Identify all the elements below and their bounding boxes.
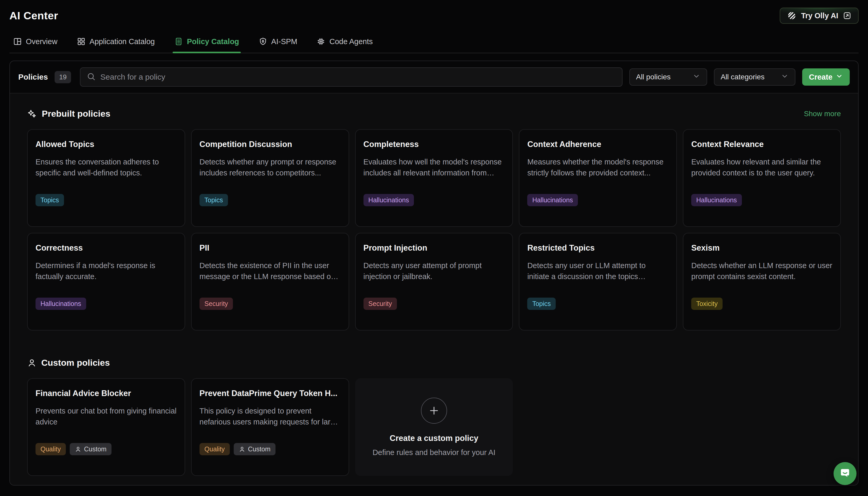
policy-search[interactable] (80, 67, 622, 87)
policy-card-description: Evaluates how relevant and similar the p… (691, 156, 833, 178)
policy-card-tags: Security (200, 298, 233, 310)
policy-tag-label: Toxicity (696, 300, 717, 308)
policy-card-description: Evaluates how well the model's response … (363, 156, 505, 178)
policy-card-tags: QualityCustom (200, 443, 276, 455)
all-policies-value: All policies (636, 73, 670, 81)
chevron-down-icon (836, 73, 843, 82)
policy-tag-hallucinations: Hallucinations (363, 194, 414, 206)
create-custom-policy-card[interactable]: Create a custom policy Define rules and … (355, 378, 513, 476)
policy-card-title: Context Relevance (691, 140, 833, 149)
tab-label: Code Agents (329, 37, 373, 46)
try-olly-label: Try Olly AI (801, 12, 838, 20)
policy-catalog-panel: Policies 19 All policies All categories (10, 61, 858, 485)
policy-card-tags: Hallucinations (35, 298, 86, 310)
policy-card[interactable]: Prompt InjectionDetects any user attempt… (355, 233, 513, 330)
all-categories-value: All categories (721, 73, 764, 81)
policy-card-description: Detects whether any prompt or response i… (200, 156, 341, 178)
person-icon (75, 446, 81, 453)
policy-card-tags: Topics (527, 298, 556, 310)
show-more-link[interactable]: Show more (804, 110, 841, 118)
all-categories-dropdown[interactable]: All categories (714, 68, 795, 86)
policy-card[interactable]: Prevent DataPrime Query Token H...This p… (191, 378, 349, 476)
policy-tag-label: Topics (41, 196, 59, 204)
policy-card-tags: Topics (200, 194, 228, 206)
page-title: AI Center (10, 10, 58, 22)
policies-label: Policies (18, 73, 48, 81)
policy-tag-custom: Custom (234, 443, 276, 455)
prebuilt-cards-row-2: CorrectnessDetermines if a model's respo… (27, 233, 841, 330)
person-icon (239, 446, 246, 453)
policy-tag-label: Custom (84, 445, 107, 453)
policy-card[interactable]: Allowed TopicsEnsures the conversation a… (27, 129, 185, 227)
panel-content: Prebuilt policies Show more Allowed Topi… (10, 93, 858, 485)
policy-card-description: Ensures the conversation adheres to spec… (35, 156, 177, 178)
policy-card-description: Detects the existence of PII in the user… (200, 260, 341, 282)
tab-code-agents[interactable]: Code Agents (315, 34, 374, 53)
policy-card-tags: Hallucinations (527, 194, 578, 206)
policy-card-title: Prompt Injection (363, 243, 505, 253)
policy-card-title: Allowed Topics (35, 140, 177, 149)
policy-tag-label: Topics (532, 300, 551, 308)
policy-card-description: Determines if a model's response is fact… (35, 260, 177, 282)
external-link-icon (843, 12, 851, 20)
policy-card[interactable]: Context RelevanceEvaluates how relevant … (683, 129, 841, 227)
policy-card[interactable]: Financial Advice BlockerPrevents our cha… (27, 378, 185, 476)
all-policies-dropdown[interactable]: All policies (629, 68, 707, 86)
search-input[interactable] (100, 73, 616, 81)
policy-card-tags: Topics (35, 194, 64, 206)
policy-tag-hallucinations: Hallucinations (527, 194, 578, 206)
policy-card[interactable]: CorrectnessDetermines if a model's respo… (27, 233, 185, 330)
policy-card[interactable]: Restricted TopicsDetects any user or LLM… (519, 233, 677, 330)
tab-application-catalog[interactable]: Application Catalog (75, 34, 156, 53)
tab-overview[interactable]: Overview (12, 34, 59, 53)
policy-tag-topics: Topics (200, 194, 228, 206)
policy-card[interactable]: CompletenessEvaluates how well the model… (355, 129, 513, 227)
policy-tag-label: Hallucinations (369, 196, 409, 204)
tab-label: Application Catalog (90, 37, 155, 46)
chevron-down-icon (693, 72, 700, 82)
policy-card[interactable]: SexismDetects whether an LLM response or… (683, 233, 841, 330)
policy-card-tags: Hallucinations (691, 194, 742, 206)
chat-bubble-icon (839, 467, 851, 480)
policy-card-tags: QualityCustom (35, 443, 111, 455)
try-olly-button[interactable]: Try Olly AI (780, 7, 858, 24)
prebuilt-section-title: Prebuilt policies (27, 109, 110, 119)
chat-widget-button[interactable] (834, 462, 856, 485)
tab-label: Policy Catalog (187, 37, 239, 46)
policy-tag-security: Security (200, 298, 233, 310)
overview-icon (13, 37, 22, 46)
policy-card[interactable]: Context AdherenceMeasures whether the mo… (519, 129, 677, 227)
prebuilt-section-label: Prebuilt policies (42, 109, 110, 119)
tab-policy-catalog[interactable]: Policy Catalog (173, 34, 241, 53)
tab-label: Overview (26, 37, 58, 46)
search-icon (87, 72, 96, 82)
policy-tag-quality: Quality (35, 443, 66, 455)
policy-tag-label: Topics (204, 196, 223, 204)
policy-tag-label: Custom (248, 445, 270, 453)
policy-card[interactable]: PIIDetects the existence of PII in the u… (191, 233, 349, 330)
prebuilt-cards-row-1: Allowed TopicsEnsures the conversation a… (27, 129, 841, 227)
prebuilt-section-header: Prebuilt policies Show more (27, 109, 841, 119)
policy-tag-label: Hallucinations (41, 300, 81, 308)
sparkles-icon (27, 109, 37, 119)
policy-card-title: Competition Discussion (200, 140, 341, 149)
policy-card-tags: Toxicity (691, 298, 723, 310)
policy-card-title: Prevent DataPrime Query Token H... (200, 389, 341, 398)
app-catalog-icon (77, 37, 86, 46)
tab-ai-spm[interactable]: AI-SPM (257, 34, 299, 53)
policy-card-description: This policy is designed to prevent nefar… (200, 405, 341, 427)
policy-tag-security: Security (363, 298, 397, 310)
policy-card[interactable]: Competition DiscussionDetects whether an… (191, 129, 349, 227)
create-button-label: Create (809, 73, 833, 81)
olly-logo-icon (787, 11, 796, 20)
custom-cards-row: Financial Advice BlockerPrevents our cha… (27, 378, 841, 476)
policy-tag-hallucinations: Hallucinations (35, 298, 86, 310)
policy-card-description: Detects any user attempt of prompt injec… (363, 260, 505, 282)
custom-section-title: Custom policies (27, 358, 110, 368)
policy-card-description: Detects whether an LLM response or user … (691, 260, 833, 282)
policy-card-title: Restricted Topics (527, 243, 668, 253)
create-button[interactable]: Create (802, 68, 850, 86)
policies-count-badge: 19 (55, 71, 71, 83)
policy-card-title: Correctness (35, 243, 177, 253)
policy-tag-label: Quality (204, 445, 225, 453)
